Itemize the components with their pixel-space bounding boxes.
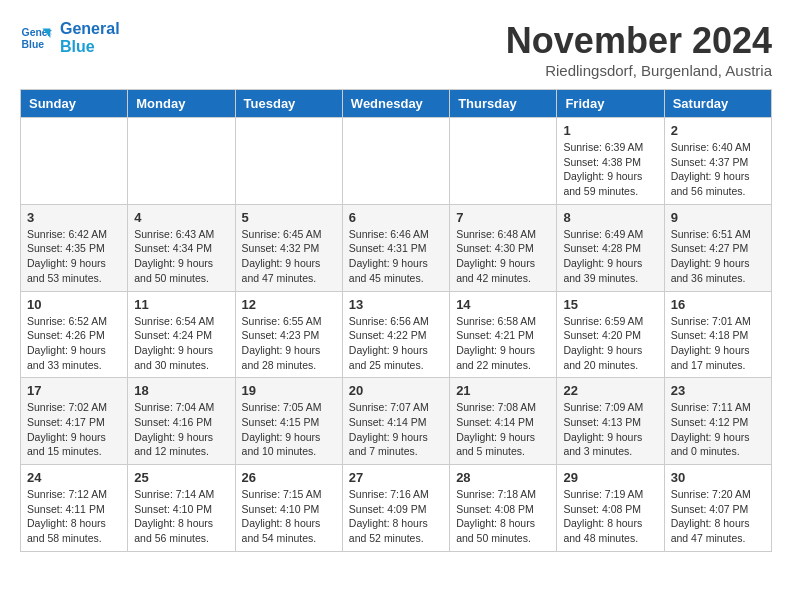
day-info: Sunrise: 7:09 AMSunset: 4:13 PMDaylight:… <box>563 400 657 459</box>
calendar-cell <box>342 118 449 205</box>
day-info: Sunrise: 7:20 AMSunset: 4:07 PMDaylight:… <box>671 487 765 546</box>
calendar-cell: 10Sunrise: 6:52 AMSunset: 4:26 PMDayligh… <box>21 291 128 378</box>
calendar-cell: 15Sunrise: 6:59 AMSunset: 4:20 PMDayligh… <box>557 291 664 378</box>
day-number: 10 <box>27 297 121 312</box>
header-day-saturday: Saturday <box>664 90 771 118</box>
calendar-cell: 1Sunrise: 6:39 AMSunset: 4:38 PMDaylight… <box>557 118 664 205</box>
logo-line2: Blue <box>60 38 120 56</box>
calendar-cell <box>128 118 235 205</box>
day-info: Sunrise: 7:11 AMSunset: 4:12 PMDaylight:… <box>671 400 765 459</box>
day-number: 19 <box>242 383 336 398</box>
day-number: 6 <box>349 210 443 225</box>
calendar-cell: 27Sunrise: 7:16 AMSunset: 4:09 PMDayligh… <box>342 465 449 552</box>
logo-line1: General <box>60 20 120 38</box>
day-number: 4 <box>134 210 228 225</box>
page-header: General Blue General Blue November 2024 … <box>20 20 772 79</box>
calendar-cell: 28Sunrise: 7:18 AMSunset: 4:08 PMDayligh… <box>450 465 557 552</box>
calendar-cell: 5Sunrise: 6:45 AMSunset: 4:32 PMDaylight… <box>235 204 342 291</box>
calendar-cell: 4Sunrise: 6:43 AMSunset: 4:34 PMDaylight… <box>128 204 235 291</box>
location: Riedlingsdorf, Burgenland, Austria <box>506 62 772 79</box>
day-number: 28 <box>456 470 550 485</box>
day-number: 14 <box>456 297 550 312</box>
calendar-cell: 11Sunrise: 6:54 AMSunset: 4:24 PMDayligh… <box>128 291 235 378</box>
header-day-friday: Friday <box>557 90 664 118</box>
calendar-week-3: 10Sunrise: 6:52 AMSunset: 4:26 PMDayligh… <box>21 291 772 378</box>
calendar-cell: 16Sunrise: 7:01 AMSunset: 4:18 PMDayligh… <box>664 291 771 378</box>
calendar-cell: 2Sunrise: 6:40 AMSunset: 4:37 PMDaylight… <box>664 118 771 205</box>
logo-icon: General Blue <box>20 22 52 54</box>
day-info: Sunrise: 7:05 AMSunset: 4:15 PMDaylight:… <box>242 400 336 459</box>
day-info: Sunrise: 7:01 AMSunset: 4:18 PMDaylight:… <box>671 314 765 373</box>
day-number: 2 <box>671 123 765 138</box>
calendar-header-row: SundayMondayTuesdayWednesdayThursdayFrid… <box>21 90 772 118</box>
day-info: Sunrise: 6:54 AMSunset: 4:24 PMDaylight:… <box>134 314 228 373</box>
header-day-wednesday: Wednesday <box>342 90 449 118</box>
day-number: 23 <box>671 383 765 398</box>
calendar-week-2: 3Sunrise: 6:42 AMSunset: 4:35 PMDaylight… <box>21 204 772 291</box>
calendar-week-1: 1Sunrise: 6:39 AMSunset: 4:38 PMDaylight… <box>21 118 772 205</box>
calendar-cell: 19Sunrise: 7:05 AMSunset: 4:15 PMDayligh… <box>235 378 342 465</box>
calendar-cell: 20Sunrise: 7:07 AMSunset: 4:14 PMDayligh… <box>342 378 449 465</box>
day-info: Sunrise: 6:56 AMSunset: 4:22 PMDaylight:… <box>349 314 443 373</box>
day-number: 24 <box>27 470 121 485</box>
calendar-week-5: 24Sunrise: 7:12 AMSunset: 4:11 PMDayligh… <box>21 465 772 552</box>
day-info: Sunrise: 7:16 AMSunset: 4:09 PMDaylight:… <box>349 487 443 546</box>
calendar-cell: 6Sunrise: 6:46 AMSunset: 4:31 PMDaylight… <box>342 204 449 291</box>
title-area: November 2024 Riedlingsdorf, Burgenland,… <box>506 20 772 79</box>
calendar-cell: 24Sunrise: 7:12 AMSunset: 4:11 PMDayligh… <box>21 465 128 552</box>
day-info: Sunrise: 7:19 AMSunset: 4:08 PMDaylight:… <box>563 487 657 546</box>
day-number: 15 <box>563 297 657 312</box>
calendar-cell: 26Sunrise: 7:15 AMSunset: 4:10 PMDayligh… <box>235 465 342 552</box>
day-number: 1 <box>563 123 657 138</box>
day-info: Sunrise: 7:15 AMSunset: 4:10 PMDaylight:… <box>242 487 336 546</box>
day-info: Sunrise: 6:58 AMSunset: 4:21 PMDaylight:… <box>456 314 550 373</box>
svg-text:Blue: Blue <box>22 38 45 49</box>
day-number: 11 <box>134 297 228 312</box>
calendar-cell: 18Sunrise: 7:04 AMSunset: 4:16 PMDayligh… <box>128 378 235 465</box>
day-info: Sunrise: 7:14 AMSunset: 4:10 PMDaylight:… <box>134 487 228 546</box>
day-info: Sunrise: 6:52 AMSunset: 4:26 PMDaylight:… <box>27 314 121 373</box>
day-number: 3 <box>27 210 121 225</box>
day-info: Sunrise: 6:59 AMSunset: 4:20 PMDaylight:… <box>563 314 657 373</box>
calendar-cell <box>21 118 128 205</box>
day-info: Sunrise: 7:07 AMSunset: 4:14 PMDaylight:… <box>349 400 443 459</box>
day-info: Sunrise: 6:40 AMSunset: 4:37 PMDaylight:… <box>671 140 765 199</box>
day-info: Sunrise: 6:39 AMSunset: 4:38 PMDaylight:… <box>563 140 657 199</box>
calendar-cell: 7Sunrise: 6:48 AMSunset: 4:30 PMDaylight… <box>450 204 557 291</box>
calendar-cell: 17Sunrise: 7:02 AMSunset: 4:17 PMDayligh… <box>21 378 128 465</box>
month-title: November 2024 <box>506 20 772 62</box>
day-info: Sunrise: 7:18 AMSunset: 4:08 PMDaylight:… <box>456 487 550 546</box>
day-info: Sunrise: 7:02 AMSunset: 4:17 PMDaylight:… <box>27 400 121 459</box>
day-info: Sunrise: 7:08 AMSunset: 4:14 PMDaylight:… <box>456 400 550 459</box>
calendar-cell: 3Sunrise: 6:42 AMSunset: 4:35 PMDaylight… <box>21 204 128 291</box>
day-number: 20 <box>349 383 443 398</box>
day-number: 25 <box>134 470 228 485</box>
header-day-thursday: Thursday <box>450 90 557 118</box>
calendar-cell: 8Sunrise: 6:49 AMSunset: 4:28 PMDaylight… <box>557 204 664 291</box>
calendar-cell: 14Sunrise: 6:58 AMSunset: 4:21 PMDayligh… <box>450 291 557 378</box>
calendar-table: SundayMondayTuesdayWednesdayThursdayFrid… <box>20 89 772 552</box>
day-number: 13 <box>349 297 443 312</box>
day-number: 12 <box>242 297 336 312</box>
calendar-cell: 30Sunrise: 7:20 AMSunset: 4:07 PMDayligh… <box>664 465 771 552</box>
header-day-monday: Monday <box>128 90 235 118</box>
day-info: Sunrise: 6:51 AMSunset: 4:27 PMDaylight:… <box>671 227 765 286</box>
calendar-cell <box>450 118 557 205</box>
day-info: Sunrise: 6:48 AMSunset: 4:30 PMDaylight:… <box>456 227 550 286</box>
calendar-cell: 23Sunrise: 7:11 AMSunset: 4:12 PMDayligh… <box>664 378 771 465</box>
day-number: 18 <box>134 383 228 398</box>
day-number: 5 <box>242 210 336 225</box>
day-info: Sunrise: 6:42 AMSunset: 4:35 PMDaylight:… <box>27 227 121 286</box>
logo: General Blue General Blue <box>20 20 120 55</box>
calendar-week-4: 17Sunrise: 7:02 AMSunset: 4:17 PMDayligh… <box>21 378 772 465</box>
calendar-cell: 25Sunrise: 7:14 AMSunset: 4:10 PMDayligh… <box>128 465 235 552</box>
day-info: Sunrise: 6:43 AMSunset: 4:34 PMDaylight:… <box>134 227 228 286</box>
day-number: 29 <box>563 470 657 485</box>
calendar-cell: 12Sunrise: 6:55 AMSunset: 4:23 PMDayligh… <box>235 291 342 378</box>
calendar-cell: 21Sunrise: 7:08 AMSunset: 4:14 PMDayligh… <box>450 378 557 465</box>
calendar-cell: 9Sunrise: 6:51 AMSunset: 4:27 PMDaylight… <box>664 204 771 291</box>
calendar-cell: 22Sunrise: 7:09 AMSunset: 4:13 PMDayligh… <box>557 378 664 465</box>
day-number: 27 <box>349 470 443 485</box>
day-number: 30 <box>671 470 765 485</box>
calendar-body: 1Sunrise: 6:39 AMSunset: 4:38 PMDaylight… <box>21 118 772 552</box>
